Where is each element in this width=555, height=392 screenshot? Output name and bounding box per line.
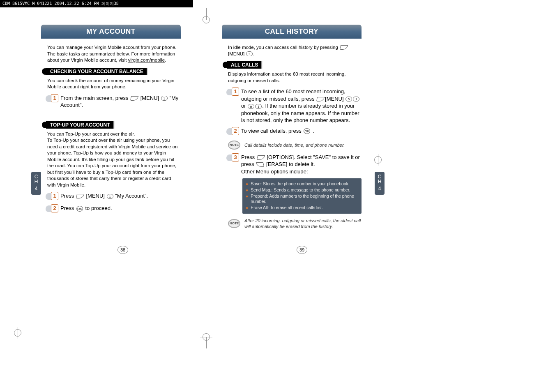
page-number-right: 39 bbox=[297, 246, 307, 254]
section-title: ALL CALLS bbox=[227, 61, 261, 69]
nav-key-icon: ⊕ bbox=[248, 104, 254, 109]
step-row: 1 Press [MENU] 1 "My Account". bbox=[47, 192, 181, 201]
left-softkey-icon bbox=[316, 97, 325, 101]
bullet-icon: ● bbox=[246, 194, 248, 205]
left-softkey-icon bbox=[340, 45, 348, 50]
option-item: ●Erase All: To erase all recent calls li… bbox=[246, 205, 358, 211]
page-number-left: 38 bbox=[117, 246, 128, 254]
intro-text-right: In idle mode, you can access call histor… bbox=[228, 44, 362, 57]
page-title-right: CALL HISTORY bbox=[222, 25, 362, 39]
chapter-tab-left: C H 4 bbox=[31, 172, 41, 195]
key-1-icon: 1 bbox=[255, 104, 262, 109]
page-left: C H 4 MY ACCOUNT You can manage your Vir… bbox=[25, 25, 197, 233]
chapter-number: 4 bbox=[375, 186, 385, 191]
step-row: 2 Press OK to proceed. bbox=[47, 205, 181, 214]
document-header-strip: CDM-8615VMC_M_041221 2004.12.22 6:24 PM … bbox=[0, 0, 193, 7]
note-row: NOTE After 20 incoming, outgoing or miss… bbox=[228, 218, 362, 230]
section-body: Displays information about the 60 most r… bbox=[228, 71, 362, 84]
step-badge-1: 1 bbox=[47, 95, 57, 104]
step-row: 1 To see a list of the 60 most recent in… bbox=[228, 88, 362, 124]
key-1-icon: 1 bbox=[107, 194, 113, 199]
bullet-icon: ● bbox=[246, 205, 248, 211]
step-text: Press OK to proceed. bbox=[60, 205, 181, 212]
note-text: Call details include date, time, and pho… bbox=[244, 142, 345, 148]
chapter-label: C H bbox=[31, 174, 41, 184]
step-text: Press [OPTIONS]. Select "SAVE" to save i… bbox=[241, 154, 362, 175]
chapter-number: 4 bbox=[31, 186, 41, 191]
section-head-topup: TOP-UP YOUR ACCOUNT bbox=[42, 121, 197, 129]
option-item: ●Prepend: Adds numbers to the beginning … bbox=[246, 194, 358, 205]
note-icon: NOTE bbox=[228, 219, 240, 228]
key-1-icon: 1 bbox=[161, 96, 168, 101]
step-row: 3 Press [OPTIONS]. Select "SAVE" to save… bbox=[228, 154, 362, 175]
left-softkey-icon bbox=[257, 155, 265, 160]
section-body: You can Top-Up your account over the air… bbox=[47, 131, 181, 189]
section-head-allcalls: ALL CALLS bbox=[223, 61, 378, 69]
section-body: You can check the amount of money remain… bbox=[47, 78, 181, 90]
page-title-left: MY ACCOUNT bbox=[41, 25, 181, 39]
step-badge-2: 2 bbox=[47, 205, 57, 214]
step-text: To see a list of the 60 most recent inco… bbox=[241, 88, 362, 124]
section-title: TOP-UP YOUR ACCOUNT bbox=[46, 121, 113, 129]
note-row: NOTE Call details include date, time, an… bbox=[228, 141, 362, 150]
section-head-balance: CHECKING YOUR ACCOUNT BALANCE bbox=[42, 68, 197, 75]
step-badge-1: 1 bbox=[47, 192, 57, 201]
key-5-icon: 5 bbox=[345, 97, 352, 101]
page-spread: C H 4 MY ACCOUNT You can manage your Vir… bbox=[0, 0, 555, 233]
ok-icon: OK bbox=[304, 128, 310, 134]
bullet-icon: ● bbox=[246, 181, 248, 187]
note-text: After 20 incoming, outgoing or missed ca… bbox=[244, 218, 362, 230]
chapter-tab-right: C H 4 bbox=[375, 172, 385, 195]
page-right: C H 4 CALL HISTORY In idle mode, you can… bbox=[205, 25, 378, 233]
left-softkey-icon bbox=[130, 96, 138, 101]
step-badge-3: 3 bbox=[228, 154, 238, 163]
section-bullet-icon bbox=[223, 62, 229, 68]
section-bullet-icon bbox=[42, 122, 48, 128]
key-1-icon: 1 bbox=[353, 97, 359, 101]
option-item: ●Send Msg.: Sends a message to the phone… bbox=[246, 187, 358, 193]
key-9-icon: 9 bbox=[246, 51, 253, 56]
option-item: ●Save: Stores the phone number in your p… bbox=[246, 181, 358, 187]
chapter-label: C H bbox=[375, 174, 385, 184]
intro-part2: . bbox=[165, 58, 166, 62]
intro-text-left: You can manage your Virgin Mobile accoun… bbox=[47, 44, 181, 64]
intro-link: virgin.com/mobile bbox=[128, 58, 165, 62]
section-bullet-icon bbox=[42, 68, 48, 75]
step-badge-1: 1 bbox=[228, 88, 238, 97]
ok-icon: OK bbox=[76, 206, 83, 212]
step-text: Press [MENU] 1 "My Account". bbox=[60, 192, 181, 200]
step-row: 1 From the main screen, press [MENU] 1 "… bbox=[47, 95, 181, 109]
step-text: From the main screen, press [MENU] 1 "My… bbox=[60, 95, 181, 109]
header-strip-text: CDM-8615VMC_M_041221 2004.12.22 6:24 PM … bbox=[2, 1, 119, 6]
options-box: ●Save: Stores the phone number in your p… bbox=[242, 178, 362, 213]
step-row: 2 To view call details, press OK . bbox=[228, 127, 362, 136]
page-numbers: 38 39 bbox=[0, 246, 555, 262]
left-softkey-icon bbox=[76, 194, 84, 198]
step-text: To view call details, press OK . bbox=[241, 127, 362, 135]
bullet-icon: ● bbox=[246, 187, 248, 193]
step-badge-2: 2 bbox=[228, 127, 238, 136]
section-title: CHECKING YOUR ACCOUNT BALANCE bbox=[46, 68, 147, 75]
note-icon: NOTE bbox=[228, 141, 240, 150]
right-softkey-icon bbox=[256, 162, 264, 167]
